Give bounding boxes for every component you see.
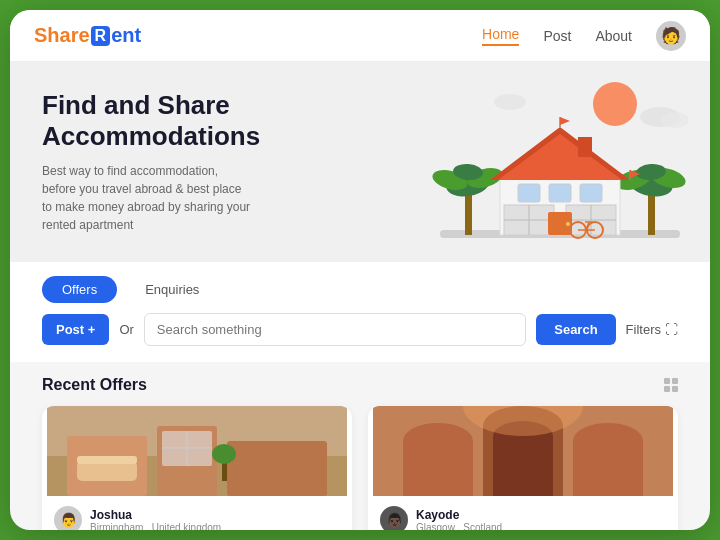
svg-marker-31: [560, 117, 570, 125]
or-label: Or: [119, 322, 133, 337]
offer-card-1[interactable]: 👨 Joshua Birmingham , United kingdom Sin…: [42, 406, 352, 530]
card-user-info-2: Kayode Glasgow , Scotland: [416, 508, 502, 531]
grid-dot: [664, 386, 670, 392]
card-avatar-1: 👨: [54, 506, 82, 530]
svg-rect-43: [227, 441, 327, 496]
grid-dot: [664, 378, 670, 384]
svg-marker-16: [490, 130, 630, 180]
logo-icon: R: [91, 26, 111, 46]
svg-rect-45: [77, 456, 137, 464]
card-location-2: Glasgow , Scotland: [416, 522, 502, 531]
svg-rect-18: [578, 137, 592, 157]
recent-offers-section: Recent Offers: [10, 362, 710, 530]
svg-rect-19: [518, 184, 540, 202]
nav-links: Home Post About 🧑: [482, 21, 686, 51]
logo-rent-text: ent: [111, 24, 141, 47]
filter-icon: ⛶: [665, 322, 678, 337]
card-user-info-1: Joshua Birmingham , United kingdom: [90, 508, 221, 531]
navbar: Share R ent Home Post About 🧑: [10, 10, 710, 62]
tabs: Offers Enquiries: [42, 262, 678, 313]
search-section: Offers Enquiries Post + Or Search Filter…: [10, 262, 710, 362]
offer-card-2[interactable]: 👨🏿 Kayode Glasgow , Scotland Room in a 2…: [368, 406, 678, 530]
card-user-1: 👨 Joshua Birmingham , United kingdom: [54, 506, 340, 530]
svg-point-47: [212, 444, 236, 464]
svg-point-3: [494, 94, 526, 110]
app-container: Share R ent Home Post About 🧑 Find and S…: [10, 10, 710, 530]
filters-label: Filters: [626, 322, 661, 337]
card-body-2: 👨🏿 Kayode Glasgow , Scotland Room in a 2…: [368, 496, 678, 530]
recent-header: Recent Offers: [42, 376, 678, 394]
svg-point-0: [593, 82, 637, 126]
grid-view-toggle[interactable]: [664, 378, 678, 392]
post-button[interactable]: Post +: [42, 314, 109, 345]
card-username-1: Joshua: [90, 508, 221, 522]
svg-point-29: [566, 222, 570, 226]
hero-section: Find and ShareAccommodations Best way to…: [10, 62, 710, 262]
svg-point-2: [661, 112, 689, 128]
user-avatar[interactable]: 🧑: [656, 21, 686, 51]
svg-rect-21: [580, 184, 602, 202]
card-image-1: [42, 406, 352, 496]
hero-subtitle: Best way to find accommodation,before yo…: [42, 162, 322, 234]
search-input[interactable]: [144, 313, 526, 346]
tab-enquiries[interactable]: Enquiries: [125, 276, 219, 303]
grid-dot: [672, 386, 678, 392]
grid-dot: [672, 378, 678, 384]
nav-home[interactable]: Home: [482, 26, 519, 46]
logo: Share R ent: [34, 24, 141, 47]
svg-rect-20: [549, 184, 571, 202]
recent-title: Recent Offers: [42, 376, 147, 394]
card-avatar-2: 👨🏿: [380, 506, 408, 530]
logo-share-text: Share: [34, 24, 90, 47]
search-bar: Post + Or Search Filters ⛶: [42, 313, 678, 362]
cards-container: 👨 Joshua Birmingham , United kingdom Sin…: [42, 406, 678, 530]
hero-illustration: [430, 72, 690, 262]
hero-text: Find and ShareAccommodations Best way to…: [42, 90, 322, 234]
card-body-1: 👨 Joshua Birmingham , United kingdom Sin…: [42, 496, 352, 530]
card-username-2: Kayode: [416, 508, 502, 522]
svg-point-60: [573, 423, 643, 459]
tab-offers[interactable]: Offers: [42, 276, 117, 303]
card-user-2: 👨🏿 Kayode Glasgow , Scotland: [380, 506, 666, 530]
filters-button[interactable]: Filters ⛶: [626, 322, 678, 337]
nav-about[interactable]: About: [595, 28, 632, 44]
nav-post[interactable]: Post: [543, 28, 571, 44]
hero-title: Find and ShareAccommodations: [42, 90, 322, 152]
svg-point-58: [403, 423, 473, 459]
card-location-1: Birmingham , United kingdom: [90, 522, 221, 531]
card-image-2: [368, 406, 678, 496]
search-button[interactable]: Search: [536, 314, 615, 345]
